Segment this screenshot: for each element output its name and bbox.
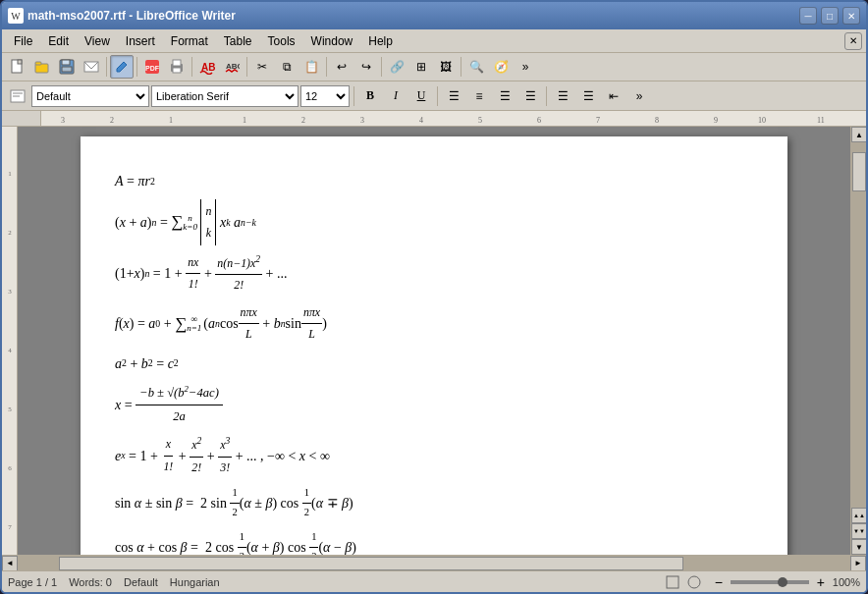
- window-frame: W math-mso2007.rtf - LibreOffice Writer …: [0, 0, 868, 594]
- svg-rect-12: [173, 60, 181, 66]
- svg-text:5: 5: [8, 405, 12, 413]
- svg-text:4: 4: [419, 116, 423, 125]
- ruler-corner: [2, 111, 41, 127]
- document-page: A = πr2 (x + a)n = ∑ n k=0: [81, 136, 787, 555]
- svg-text:3: 3: [8, 288, 12, 296]
- svg-rect-43: [667, 576, 678, 588]
- formula-7: ex = 1 + x 1! + x2 2! +: [115, 430, 753, 481]
- scroll-right-button[interactable]: ►: [850, 556, 866, 571]
- edit-mode-button[interactable]: [110, 55, 134, 79]
- font-select[interactable]: Liberation Serif: [151, 85, 298, 107]
- h-scroll-thumb[interactable]: [59, 557, 683, 570]
- svg-rect-3: [35, 62, 41, 65]
- table-button[interactable]: ⊞: [409, 55, 433, 79]
- svg-text:2: 2: [301, 116, 305, 125]
- h-scroll-track[interactable]: [18, 556, 850, 571]
- copy-button[interactable]: ⧉: [275, 55, 298, 79]
- scroll-down-button[interactable]: ▼: [851, 539, 866, 555]
- vertical-scrollbar[interactable]: ▲ ▲▲ ▼▼ ▼: [850, 127, 866, 555]
- maximize-button[interactable]: □: [821, 7, 839, 25]
- formula-2: (x + a)n = ∑ n k=0 n k xk an−k: [115, 196, 753, 248]
- scroll-thumb[interactable]: [852, 152, 866, 191]
- style-panel-button[interactable]: [6, 84, 29, 108]
- menu-edit[interactable]: Edit: [40, 32, 77, 50]
- open-button[interactable]: [30, 55, 54, 79]
- cut-button[interactable]: ✂: [250, 55, 274, 79]
- style-select[interactable]: Default: [31, 85, 149, 107]
- menu-close-btn[interactable]: ✕: [844, 32, 862, 50]
- vertical-ruler: 1 2 3 4 5 6 7 8: [2, 127, 18, 555]
- svg-text:1: 1: [243, 116, 246, 125]
- svg-text:2: 2: [110, 116, 114, 125]
- horizontal-scrollbar[interactable]: ◄ ►: [2, 555, 866, 570]
- title-bar-left: W math-mso2007.rtf - LibreOffice Writer: [8, 8, 236, 24]
- bullets-button[interactable]: ☰: [551, 84, 574, 108]
- menu-view[interactable]: View: [77, 32, 118, 50]
- svg-text:8: 8: [655, 116, 659, 125]
- paste-button[interactable]: 📋: [299, 55, 323, 79]
- menu-tools[interactable]: Tools: [260, 32, 303, 50]
- underline-button[interactable]: U: [409, 84, 433, 108]
- autocorrect-button[interactable]: ABC: [220, 55, 244, 79]
- svg-text:3: 3: [360, 116, 364, 125]
- align-center-button[interactable]: ≡: [467, 84, 491, 108]
- redo-button[interactable]: ↪: [354, 55, 378, 79]
- close-button[interactable]: ✕: [842, 7, 860, 25]
- navigator-button[interactable]: 🧭: [489, 55, 513, 79]
- svg-text:6: 6: [537, 116, 541, 125]
- align-right-button[interactable]: ☰: [493, 84, 516, 108]
- scroll-left-button[interactable]: ◄: [2, 556, 18, 571]
- math-content: A = πr2 (x + a)n = ∑ n k=0: [110, 156, 758, 555]
- svg-text:6: 6: [8, 464, 12, 472]
- scroll-up-button[interactable]: ▲: [851, 127, 866, 142]
- save-button[interactable]: [55, 55, 79, 79]
- document-area[interactable]: A = πr2 (x + a)n = ∑ n k=0: [18, 127, 850, 555]
- image-button[interactable]: 🖼: [434, 55, 458, 79]
- svg-text:4: 4: [8, 347, 12, 354]
- app-icon: W: [8, 8, 24, 24]
- svg-rect-19: [41, 111, 866, 127]
- align-left-button[interactable]: ☰: [442, 84, 465, 108]
- normal-view-button[interactable]: [664, 573, 681, 591]
- more-format-button[interactable]: »: [627, 84, 651, 108]
- new-button[interactable]: [6, 55, 29, 79]
- status-right: − + 100%: [664, 573, 860, 591]
- status-bar: Page 1 / 1 Words: 0 Default Hungarian − …: [2, 570, 866, 592]
- size-select[interactable]: 12: [300, 85, 350, 107]
- email-button[interactable]: [80, 55, 103, 79]
- zoom-in-button[interactable]: +: [813, 574, 829, 590]
- scroll-page-down-button[interactable]: ▼▼: [851, 523, 866, 539]
- formula-1: A = πr2: [115, 166, 753, 196]
- print-preview-button[interactable]: [165, 55, 189, 79]
- menu-window[interactable]: Window: [303, 32, 361, 50]
- more-button[interactable]: »: [514, 55, 537, 79]
- menu-file[interactable]: File: [6, 32, 40, 50]
- menu-help[interactable]: Help: [360, 32, 401, 50]
- minimize-button[interactable]: ─: [799, 7, 817, 25]
- scroll-page-up-button[interactable]: ▲▲: [851, 508, 866, 523]
- word-count: Words: 0: [69, 576, 112, 588]
- numbering-button[interactable]: ☰: [576, 84, 600, 108]
- scroll-track[interactable]: [851, 142, 866, 508]
- export-pdf-button[interactable]: PDF: [140, 55, 164, 79]
- svg-text:7: 7: [596, 116, 600, 125]
- svg-text:2: 2: [8, 229, 12, 237]
- find-button[interactable]: 🔍: [464, 55, 488, 79]
- svg-text:11: 11: [817, 116, 825, 125]
- undo-button[interactable]: ↩: [330, 55, 353, 79]
- menu-format[interactable]: Format: [163, 32, 216, 50]
- window-title: math-mso2007.rtf - LibreOffice Writer: [27, 9, 236, 23]
- bold-button[interactable]: B: [358, 84, 382, 108]
- zoom-out-button[interactable]: −: [711, 574, 727, 590]
- zoom-slider[interactable]: [731, 580, 809, 584]
- decrease-indent-button[interactable]: ⇤: [602, 84, 625, 108]
- spellcheck-button[interactable]: ABC: [195, 55, 219, 79]
- align-justify-button[interactable]: ☰: [518, 84, 542, 108]
- italic-button[interactable]: I: [384, 84, 407, 108]
- menu-table[interactable]: Table: [216, 32, 260, 50]
- main-toolbar: PDF ABC ABC ✂ ⧉ 📋 ↩ ↪ 🔗 ⊞ 🖼 🔍 🧭 »: [2, 53, 866, 81]
- svg-text:1: 1: [169, 116, 173, 125]
- web-view-button[interactable]: [685, 573, 703, 591]
- hyperlink-button[interactable]: 🔗: [385, 55, 408, 79]
- menu-insert[interactable]: Insert: [118, 32, 163, 50]
